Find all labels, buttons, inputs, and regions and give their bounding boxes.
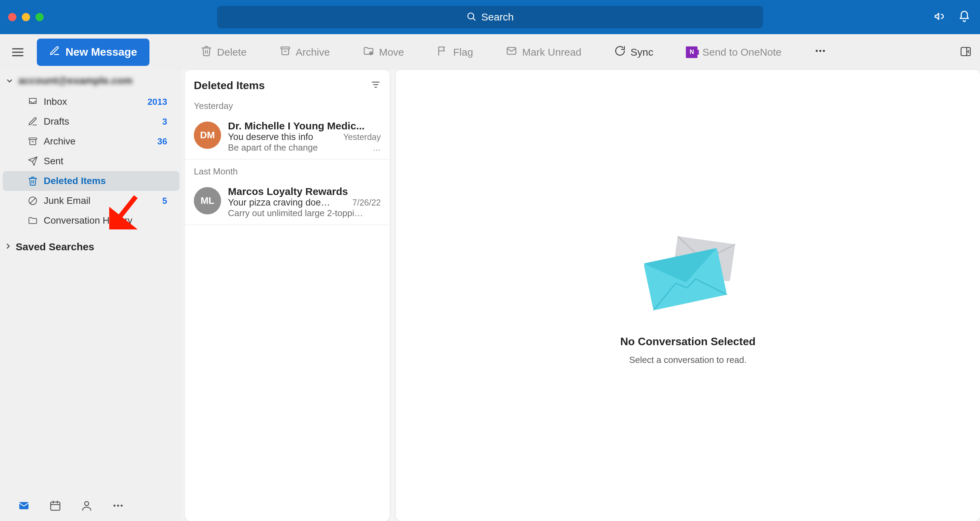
folder-sent[interactable]: Sent — [3, 151, 180, 171]
group-label-last-month: Last Month — [185, 159, 390, 181]
title-bar: Search — [0, 0, 980, 34]
folder-label: Archive — [44, 136, 149, 147]
svg-point-24 — [84, 502, 89, 506]
message-subject: You deserve this info — [228, 132, 339, 142]
search-placeholder: Search — [481, 11, 514, 23]
svg-line-17 — [30, 198, 35, 204]
svg-rect-19 — [19, 502, 29, 509]
folder-archive[interactable]: Archive 36 — [3, 131, 180, 151]
svg-point-27 — [121, 505, 123, 507]
folder-count: 5 — [162, 196, 167, 206]
calendar-module-button[interactable] — [48, 498, 63, 513]
window-minimize-button[interactable] — [22, 13, 30, 21]
empty-illustration-icon — [633, 226, 743, 328]
svg-point-0 — [468, 13, 474, 19]
sync-label: Sync — [631, 46, 654, 58]
flag-icon — [437, 45, 449, 59]
folder-label: Drafts — [44, 116, 154, 127]
folder-conversation-history[interactable]: Conversation History — [3, 211, 180, 231]
folder-count: 36 — [157, 136, 167, 147]
message-preview: Be apart of the change — [228, 142, 369, 153]
message-list-title: Deleted Items — [194, 79, 265, 92]
window-maximize-button[interactable] — [35, 13, 44, 21]
trash-icon — [200, 45, 212, 59]
saved-searches-toggle[interactable]: Saved Searches — [0, 237, 182, 257]
avatar: ML — [194, 187, 221, 214]
folder-count: 2013 — [147, 97, 167, 107]
window-controls — [8, 13, 44, 21]
folder-junk[interactable]: Junk Email 5 — [3, 191, 180, 211]
folder-label: Deleted Items — [44, 175, 159, 186]
message-extra: … — [372, 143, 381, 153]
sync-icon — [614, 45, 626, 59]
message-item[interactable]: DM Dr. Michelle I Young Medic... You des… — [185, 115, 390, 159]
svg-rect-14 — [29, 138, 37, 140]
folder-label: Sent — [44, 156, 159, 167]
reading-pane: No Conversation Selected Select a conver… — [396, 70, 980, 521]
delete-label: Delete — [217, 46, 247, 58]
hamburger-button[interactable] — [8, 43, 27, 62]
account-label: account@example.com — [18, 75, 178, 87]
people-module-button[interactable] — [79, 498, 94, 513]
svg-line-1 — [473, 18, 475, 20]
sync-button[interactable]: Sync — [608, 42, 660, 62]
command-bar: New Message Delete Archive Move — [0, 34, 980, 70]
folder-drafts[interactable]: Drafts 3 — [3, 112, 180, 131]
avatar: DM — [194, 121, 221, 149]
delete-button[interactable]: Delete — [194, 42, 253, 62]
svg-rect-5 — [281, 47, 290, 49]
new-message-label: New Message — [65, 46, 137, 58]
archive-button[interactable]: Archive — [273, 42, 337, 62]
inbox-icon — [27, 96, 38, 107]
drafts-icon — [27, 116, 38, 127]
empty-subtitle: Select a conversation to read. — [629, 355, 746, 365]
svg-point-26 — [117, 505, 119, 507]
mark-unread-button[interactable]: Mark Unread — [499, 42, 588, 62]
junk-icon — [27, 195, 38, 206]
folder-sidebar: account@example.com Inbox 2013 Drafts 3 — [0, 70, 182, 521]
filter-button[interactable] — [371, 80, 381, 91]
message-sender: Marcos Loyalty Rewards — [228, 186, 381, 198]
folder-inbox[interactable]: Inbox 2013 — [3, 92, 180, 112]
mark-unread-label: Mark Unread — [522, 46, 581, 58]
folder-count: 3 — [162, 116, 167, 127]
empty-title: No Conversation Selected — [620, 335, 756, 348]
search-input[interactable]: Search — [217, 6, 763, 28]
archive-label: Archive — [296, 46, 330, 58]
new-message-button[interactable]: New Message — [37, 38, 150, 66]
message-sender: Dr. Michelle I Young Medic... — [228, 120, 381, 132]
message-item[interactable]: ML Marcos Loyalty Rewards Your pizza cra… — [185, 181, 390, 225]
sent-icon — [27, 156, 38, 167]
message-list-pane: Deleted Items Yesterday DM Dr. Michelle … — [185, 70, 390, 521]
account-toggle[interactable]: account@example.com — [0, 70, 182, 92]
chevron-down-icon — [4, 75, 15, 86]
compose-icon — [49, 45, 60, 59]
more-modules-button[interactable] — [111, 498, 126, 513]
svg-rect-20 — [51, 502, 60, 510]
window-close-button[interactable] — [8, 13, 16, 21]
svg-point-9 — [816, 50, 818, 52]
more-actions-button[interactable] — [807, 42, 833, 62]
trash-folder-icon — [27, 175, 38, 186]
folder-icon — [27, 215, 38, 226]
folder-label: Inbox — [44, 96, 139, 107]
notifications-icon[interactable] — [958, 10, 970, 24]
move-button[interactable]: Move — [356, 42, 411, 62]
move-icon — [363, 45, 374, 59]
svg-point-25 — [114, 505, 116, 507]
mail-module-button[interactable] — [16, 498, 32, 513]
move-label: Move — [379, 46, 404, 58]
send-to-onenote-button[interactable]: N Send to OneNote — [679, 42, 788, 62]
group-label-yesterday: Yesterday — [185, 101, 390, 115]
announce-icon[interactable] — [934, 10, 946, 24]
onenote-icon: N — [686, 46, 697, 58]
message-date: 7/26/22 — [353, 198, 381, 207]
folder-deleted-items[interactable]: Deleted Items — [3, 171, 180, 191]
folder-label: Conversation History — [44, 215, 159, 226]
more-horizontal-icon — [814, 45, 826, 59]
reading-pane-toggle[interactable] — [959, 45, 972, 59]
send-onenote-label: Send to OneNote — [702, 46, 781, 58]
archive-icon — [280, 45, 291, 59]
flag-button[interactable]: Flag — [430, 42, 480, 62]
module-switcher — [0, 490, 182, 521]
